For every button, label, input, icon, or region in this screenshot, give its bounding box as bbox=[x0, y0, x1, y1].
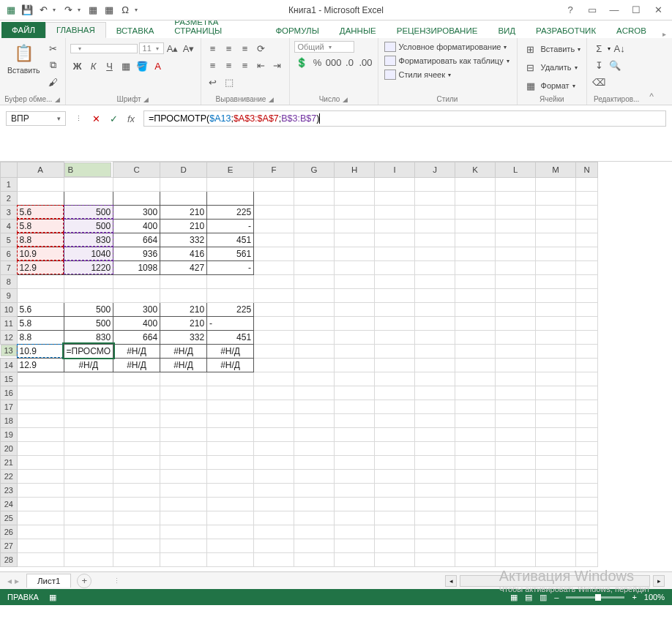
row-header-18[interactable]: 18 bbox=[1, 413, 18, 427]
cell-I3[interactable] bbox=[375, 205, 415, 219]
cell-K12[interactable] bbox=[455, 330, 496, 344]
cell-A8[interactable] bbox=[17, 274, 64, 288]
cell-C20[interactable] bbox=[113, 441, 160, 455]
cell-C18[interactable] bbox=[113, 413, 160, 427]
cell-C12[interactable]: 664 bbox=[113, 330, 160, 344]
cell-M19[interactable] bbox=[536, 427, 576, 441]
cut-icon[interactable]: ✂ bbox=[46, 41, 61, 56]
cell-H2[interactable] bbox=[335, 191, 375, 205]
cell-K6[interactable] bbox=[455, 247, 496, 260]
cell-C15[interactable] bbox=[113, 372, 160, 386]
cell-J9[interactable] bbox=[415, 288, 455, 302]
help-icon[interactable]: ? bbox=[564, 4, 577, 16]
cell-G27[interactable] bbox=[294, 539, 335, 552]
tab-home[interactable]: ГЛАВНАЯ bbox=[45, 22, 106, 38]
view-pagelayout-icon[interactable]: ▤ bbox=[525, 593, 532, 602]
cell-C8[interactable] bbox=[113, 274, 160, 288]
row-header-22[interactable]: 22 bbox=[1, 469, 18, 483]
cell-L21[interactable] bbox=[496, 455, 536, 469]
row-header-1[interactable]: 1 bbox=[1, 177, 18, 191]
hscroll-right-icon[interactable]: ▸ bbox=[653, 575, 665, 587]
cell-G4[interactable] bbox=[294, 219, 335, 233]
cell-H9[interactable] bbox=[335, 288, 375, 302]
cell-N13[interactable] bbox=[576, 344, 598, 358]
cell-E22[interactable] bbox=[207, 469, 254, 483]
bold-button[interactable]: Ж bbox=[70, 59, 85, 73]
cell-B10[interactable]: 500 bbox=[64, 302, 113, 316]
cell-B1[interactable] bbox=[64, 177, 113, 191]
cell-F2[interactable] bbox=[254, 191, 294, 205]
cell-J3[interactable] bbox=[415, 205, 455, 219]
cell-A22[interactable] bbox=[17, 469, 64, 483]
redo-icon[interactable]: ↷ bbox=[61, 4, 75, 17]
cell-J28[interactable] bbox=[415, 552, 455, 566]
cell-N11[interactable] bbox=[576, 316, 598, 330]
row-header-19[interactable]: 19 bbox=[1, 427, 18, 441]
cell-H14[interactable] bbox=[335, 358, 375, 372]
cell-L15[interactable] bbox=[496, 372, 536, 386]
cell-C13[interactable]: #Н/Д bbox=[113, 344, 160, 358]
cell-B25[interactable] bbox=[64, 511, 113, 525]
cell-H8[interactable] bbox=[335, 274, 375, 288]
cell-M14[interactable] bbox=[536, 358, 576, 372]
cell-G22[interactable] bbox=[294, 469, 335, 483]
indent-dec-icon[interactable]: ⇤ bbox=[254, 58, 269, 72]
cell-A11[interactable]: 5.8 bbox=[17, 316, 64, 330]
cell-I5[interactable] bbox=[375, 233, 415, 247]
cell-A1[interactable] bbox=[17, 177, 64, 191]
cell-L10[interactable] bbox=[496, 302, 536, 316]
cell-K23[interactable] bbox=[455, 483, 496, 497]
cell-K8[interactable] bbox=[455, 274, 496, 288]
qa-btn-3[interactable]: Ω bbox=[119, 4, 132, 17]
inc-decimal-icon[interactable]: .0 bbox=[343, 55, 357, 70]
align-right-icon[interactable]: ≡ bbox=[238, 58, 253, 72]
cell-I24[interactable] bbox=[375, 497, 415, 511]
cell-K18[interactable] bbox=[455, 413, 496, 427]
cell-D24[interactable] bbox=[160, 497, 207, 511]
insert-cells-button[interactable]: ⊞Вставить ▾ bbox=[522, 41, 583, 57]
cell-C4[interactable]: 400 bbox=[113, 219, 160, 233]
cell-E3[interactable]: 225 bbox=[207, 205, 254, 219]
cell-C11[interactable]: 400 bbox=[113, 316, 160, 330]
cell-K3[interactable] bbox=[455, 205, 496, 219]
cell-M4[interactable] bbox=[536, 219, 576, 233]
fill-color-icon[interactable]: 🪣 bbox=[135, 59, 149, 73]
maximize-icon[interactable]: ☐ bbox=[630, 4, 643, 16]
cell-K13[interactable] bbox=[455, 344, 496, 358]
cell-D19[interactable] bbox=[160, 427, 207, 441]
cell-K1[interactable] bbox=[455, 177, 496, 191]
undo-drop-icon[interactable]: ▾ bbox=[53, 7, 59, 13]
cell-C14[interactable]: #Н/Д bbox=[113, 358, 160, 372]
cell-J11[interactable] bbox=[415, 316, 455, 330]
row-header-16[interactable]: 16 bbox=[1, 386, 18, 400]
cell-styles-button[interactable]: Стили ячеек ▾ bbox=[383, 69, 512, 80]
cell-D17[interactable] bbox=[160, 400, 207, 413]
cell-L26[interactable] bbox=[496, 525, 536, 539]
row-header-23[interactable]: 23 bbox=[1, 483, 18, 497]
cell-I26[interactable] bbox=[375, 525, 415, 539]
cell-G8[interactable] bbox=[294, 274, 335, 288]
fill-icon[interactable]: ↧ bbox=[591, 58, 606, 72]
cell-I18[interactable] bbox=[375, 413, 415, 427]
cell-K9[interactable] bbox=[455, 288, 496, 302]
tab-insert[interactable]: ВСТАВКА bbox=[106, 23, 165, 38]
spreadsheet-grid[interactable]: ABCDEFGHIJKLMN1235.650030021022545.85004… bbox=[0, 162, 672, 571]
cell-A27[interactable] bbox=[17, 539, 64, 552]
cell-L12[interactable] bbox=[496, 330, 536, 344]
col-header-A[interactable]: A bbox=[17, 162, 64, 178]
cell-J5[interactable] bbox=[415, 233, 455, 247]
cell-L2[interactable] bbox=[496, 191, 536, 205]
cell-F28[interactable] bbox=[254, 552, 294, 566]
cell-C6[interactable]: 936 bbox=[113, 247, 160, 260]
cell-D22[interactable] bbox=[160, 469, 207, 483]
cell-E6[interactable]: 561 bbox=[207, 247, 254, 260]
cell-L7[interactable] bbox=[496, 260, 536, 274]
cell-F23[interactable] bbox=[254, 483, 294, 497]
cell-N22[interactable] bbox=[576, 469, 598, 483]
close-icon[interactable]: ✕ bbox=[652, 4, 665, 16]
cell-A10[interactable]: 5.6 bbox=[17, 302, 64, 316]
cell-A9[interactable] bbox=[17, 288, 64, 302]
cell-F1[interactable] bbox=[254, 177, 294, 191]
cell-M16[interactable] bbox=[536, 386, 576, 400]
cell-G15[interactable] bbox=[294, 372, 335, 386]
